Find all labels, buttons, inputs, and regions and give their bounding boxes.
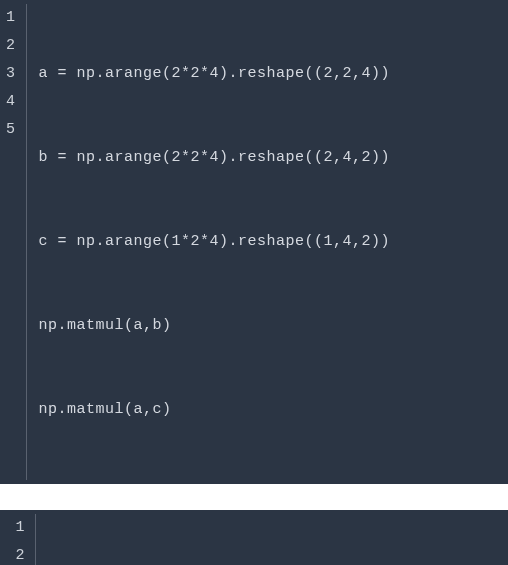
line-number: 4	[6, 88, 16, 116]
code-content: a = np.arange(2*2*4).reshape((2,2,4)) b …	[27, 4, 508, 480]
code-line: np.matmul(a,c)	[39, 396, 508, 424]
code-block-input: 1 2 3 4 5 a = np.arange(2*2*4).reshape((…	[0, 0, 508, 484]
code-block-output: 1 2 3 4 5 6 7 8 9 10 out: [[[ 28 34] [ 7…	[0, 510, 508, 565]
line-number: 2	[6, 542, 25, 565]
line-number: 1	[6, 514, 25, 542]
block-gap	[0, 484, 508, 510]
line-number: 5	[6, 116, 16, 144]
line-number: 2	[6, 32, 16, 60]
line-number: 1	[6, 4, 16, 32]
line-number-gutter: 1 2 3 4 5 6 7 8 9 10	[0, 514, 36, 565]
code-line: c = np.arange(1*2*4).reshape((1,4,2))	[39, 228, 508, 256]
code-line: np.matmul(a,b)	[39, 312, 508, 340]
line-number-gutter: 1 2 3 4 5	[0, 4, 27, 480]
line-number: 3	[6, 60, 16, 88]
code-line: b = np.arange(2*2*4).reshape((2,4,2))	[39, 144, 508, 172]
code-content: out: [[[ 28 34] [ 76 98]] [[428 466] [60…	[36, 514, 508, 565]
code-line: a = np.arange(2*2*4).reshape((2,2,4))	[39, 60, 508, 88]
